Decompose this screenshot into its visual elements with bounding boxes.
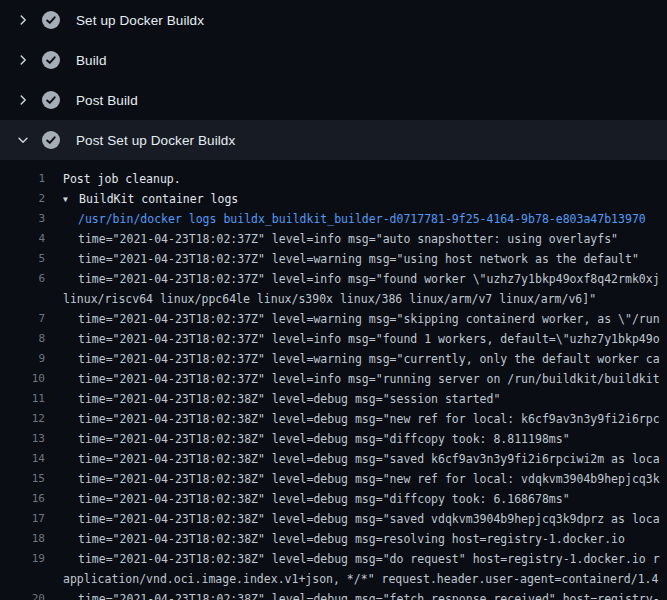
log-line-number[interactable]: 13: [0, 429, 45, 449]
chevron-right-icon: [10, 53, 36, 67]
log-line-number[interactable]: 1: [0, 169, 45, 189]
log-line-number[interactable]: 20: [0, 589, 45, 600]
step-build[interactable]: Build: [0, 40, 667, 80]
log-line-number[interactable]: 3: [0, 209, 45, 229]
log-line-text: ▼BuildKit container logs: [63, 189, 667, 209]
log-row: linux/riscv64 linux/ppc64le linux/s390x …: [0, 289, 667, 309]
log-line-number[interactable]: 8: [0, 329, 45, 349]
log-line-number[interactable]: 7: [0, 309, 45, 329]
log-line-number[interactable]: 5: [0, 249, 45, 269]
log-row: 2▼BuildKit container logs: [0, 189, 667, 209]
log-line-number: [0, 569, 45, 589]
log-line-text: linux/riscv64 linux/ppc64le linux/s390x …: [63, 289, 667, 309]
log-row: 10time="2021-04-23T18:02:37Z" level=info…: [0, 369, 667, 389]
step-post-set-up-docker-buildx[interactable]: Post Set up Docker Buildx: [0, 120, 667, 160]
step-success-icon: [42, 11, 60, 29]
log-row: 14time="2021-04-23T18:02:38Z" level=debu…: [0, 449, 667, 469]
log-row: 16time="2021-04-23T18:02:38Z" level=debu…: [0, 489, 667, 509]
log-row: 20time="2021-04-23T18:02:38Z" level=debu…: [0, 589, 667, 600]
group-title: BuildKit container logs: [79, 192, 238, 206]
log-row: 1Post job cleanup.: [0, 169, 667, 189]
log-row: 12time="2021-04-23T18:02:38Z" level=debu…: [0, 409, 667, 429]
group-collapse-icon[interactable]: ▼: [63, 190, 79, 209]
log-pane[interactable]: 1Post job cleanup.2▼BuildKit container l…: [0, 160, 667, 600]
log-row: 18time="2021-04-23T18:02:38Z" level=debu…: [0, 529, 667, 549]
chevron-right-icon: [10, 13, 36, 27]
log-row: 19time="2021-04-23T18:02:38Z" level=debu…: [0, 549, 667, 569]
log-line-number[interactable]: 6: [0, 269, 45, 289]
log-line-text: time="2021-04-23T18:02:38Z" level=debug …: [63, 449, 667, 469]
log-line-number[interactable]: 16: [0, 489, 45, 509]
log-line-text: Post job cleanup.: [63, 169, 667, 189]
chevron-right-icon: [10, 93, 36, 107]
log-row: 5time="2021-04-23T18:02:37Z" level=warni…: [0, 249, 667, 269]
log-line-text: time="2021-04-23T18:02:37Z" level=warnin…: [63, 249, 667, 269]
log-row: 8time="2021-04-23T18:02:37Z" level=info …: [0, 329, 667, 349]
workflow-log-viewer: Set up Docker Buildx Build Post Build: [0, 0, 667, 600]
log-row: 6time="2021-04-23T18:02:37Z" level=info …: [0, 269, 667, 289]
log-line-number[interactable]: 2: [0, 189, 45, 209]
log-line-text: time="2021-04-23T18:02:38Z" level=debug …: [63, 489, 667, 509]
log-line-number[interactable]: 12: [0, 409, 45, 429]
step-success-icon: [42, 131, 60, 149]
log-line-number[interactable]: 11: [0, 389, 45, 409]
step-label: Post Build: [76, 93, 138, 108]
log-line-number[interactable]: 17: [0, 509, 45, 529]
log-line-text: time="2021-04-23T18:02:37Z" level=warnin…: [63, 349, 667, 369]
step-success-icon: [42, 51, 60, 69]
log-row: 9time="2021-04-23T18:02:37Z" level=warni…: [0, 349, 667, 369]
log-row: 4time="2021-04-23T18:02:37Z" level=info …: [0, 229, 667, 249]
step-label: Build: [76, 53, 107, 68]
log-line-number[interactable]: 4: [0, 229, 45, 249]
log-line-text: time="2021-04-23T18:02:38Z" level=debug …: [63, 509, 667, 529]
log-row: 15time="2021-04-23T18:02:38Z" level=debu…: [0, 469, 667, 489]
log-line-number[interactable]: 14: [0, 449, 45, 469]
step-post-build[interactable]: Post Build: [0, 80, 667, 120]
log-line-number[interactable]: 19: [0, 549, 45, 569]
log-line-text: time="2021-04-23T18:02:38Z" level=debug …: [63, 529, 667, 549]
log-line-text: time="2021-04-23T18:02:37Z" level=info m…: [63, 229, 667, 249]
log-line-number: [0, 289, 45, 309]
step-label: Set up Docker Buildx: [76, 13, 204, 28]
log-line-text: time="2021-04-23T18:02:38Z" level=debug …: [63, 409, 667, 429]
steps-list: Set up Docker Buildx Build Post Build: [0, 0, 667, 160]
log-line-number[interactable]: 10: [0, 369, 45, 389]
log-line-text: /usr/bin/docker logs buildx_buildkit_bui…: [63, 209, 667, 229]
log-line-text: time="2021-04-23T18:02:38Z" level=debug …: [63, 389, 667, 409]
log-line-text: time="2021-04-23T18:02:37Z" level=info m…: [63, 369, 667, 389]
step-success-icon: [42, 91, 60, 109]
log-row: application/vnd.oci.image.index.v1+json,…: [0, 569, 667, 589]
log-line-text: time="2021-04-23T18:02:38Z" level=debug …: [63, 589, 667, 600]
chevron-down-icon: [10, 133, 36, 147]
step-set-up-docker-buildx[interactable]: Set up Docker Buildx: [0, 0, 667, 40]
step-label: Post Set up Docker Buildx: [76, 133, 235, 148]
log-line-text: application/vnd.oci.image.index.v1+json,…: [63, 569, 667, 589]
log-row: 17time="2021-04-23T18:02:38Z" level=debu…: [0, 509, 667, 529]
log-line-text: time="2021-04-23T18:02:37Z" level=warnin…: [63, 309, 667, 329]
log-line-number[interactable]: 18: [0, 529, 45, 549]
log-line-number[interactable]: 15: [0, 469, 45, 489]
log-row: 3/usr/bin/docker logs buildx_buildkit_bu…: [0, 209, 667, 229]
log-line-text: time="2021-04-23T18:02:37Z" level=info m…: [63, 269, 667, 289]
log-row: 7time="2021-04-23T18:02:37Z" level=warni…: [0, 309, 667, 329]
log-row: 13time="2021-04-23T18:02:38Z" level=debu…: [0, 429, 667, 449]
log-line-text: time="2021-04-23T18:02:38Z" level=debug …: [63, 469, 667, 489]
log-row: 11time="2021-04-23T18:02:38Z" level=debu…: [0, 389, 667, 409]
log-line-text: time="2021-04-23T18:02:38Z" level=debug …: [63, 429, 667, 449]
log-line-text: time="2021-04-23T18:02:37Z" level=info m…: [63, 329, 667, 349]
log-line-number[interactable]: 9: [0, 349, 45, 369]
log-line-text: time="2021-04-23T18:02:38Z" level=debug …: [63, 549, 667, 569]
